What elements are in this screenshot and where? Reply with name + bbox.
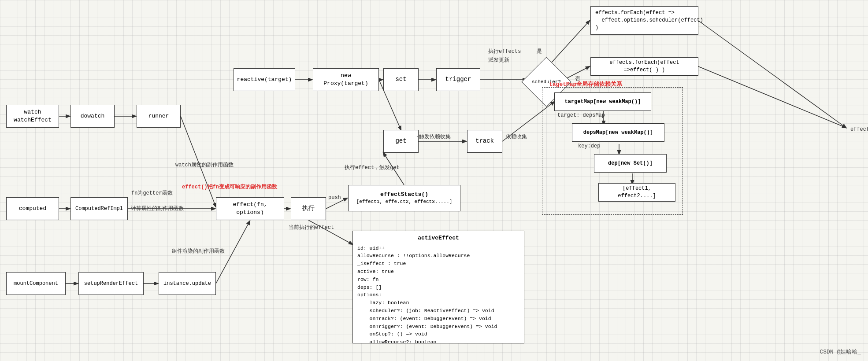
watch-box: watch watchEffect [6, 105, 59, 128]
computed-box: computed [6, 197, 59, 220]
component-side-effect-label: 组件渲染的副作用函数 [172, 247, 225, 255]
effect-fn-options-box: effect(fn, options) [216, 197, 284, 220]
fn-getter-label: fn为getter函数 [131, 189, 173, 197]
watch-side-effect-label: watch属性的副作用函数 [175, 161, 234, 169]
diagram: watch watchEffect dowatch runner compute… [0, 0, 868, 361]
dependency-collect-label: -触发依赖收集 [416, 133, 451, 140]
execute-box: 执行 [291, 197, 326, 220]
dispatch-update-label: 派发更新 [488, 56, 509, 64]
dowatch-box: dowatch [70, 105, 115, 128]
trigger-effects-label: 执行effects [488, 48, 521, 55]
effects-foreach-scheduler-box: effects.forEach(effect => effect.options… [590, 6, 698, 35]
effectstacts-title: effectStacts() [380, 191, 428, 199]
instanceupdate-box: instance.update [159, 272, 216, 295]
depsmap-box: depsMap[new weakMap()] [572, 123, 664, 142]
setuprendereffect-box: setupRenderEffect [78, 272, 144, 295]
new-proxy-box: new Proxy(target) [313, 68, 379, 91]
watermark: CSDN @娃哈哈_ [820, 348, 861, 356]
svg-line-24 [698, 21, 846, 128]
computed-side-effect-label: 计算属性的副作用函数 [131, 205, 184, 212]
activeeffect-title: activeEffect [357, 234, 519, 243]
effects-foreach-effect-box: effects.forEach(effect =>effect( ) ) [590, 57, 698, 76]
track-box: track [467, 130, 502, 153]
tagetmap-title-label: tagetMap全局存储依赖关系 [549, 80, 622, 88]
no-label: 否 [575, 75, 580, 82]
target-depsmap-label: target: depsMap [557, 112, 605, 118]
dep-box: dep[new Set()] [594, 154, 667, 173]
runner-box: runner [137, 105, 181, 128]
push-label: push [328, 195, 341, 201]
effect-values-box: [effect1, effect2....] [598, 183, 675, 202]
mountcomponent-box: mountComponent [6, 272, 66, 295]
targetmap-box: targetMap[new weakMap()] [554, 92, 651, 111]
get-box: get [383, 130, 419, 153]
set-box: set [383, 68, 419, 91]
effectstacts-box: effectStacts() [effect1, effe.ct2, effec… [348, 185, 460, 211]
svg-line-23 [698, 66, 846, 128]
rely-collect-label: 依赖收集 [506, 133, 527, 140]
reactive-target-box: reactive(target) [234, 68, 295, 91]
effect-desc-label: effect()把fn变成可响应的副作用函数 [182, 183, 277, 191]
yes-label: 是 [537, 48, 542, 55]
key-dep-label: key:dep [578, 143, 600, 149]
computedrefimpl-box: ComputedRefImpl [70, 197, 128, 220]
trigger-box: trigger [436, 68, 480, 91]
svg-line-14 [546, 21, 590, 68]
effects-label: effects [850, 126, 868, 133]
current-effect-label: 当前执行的effect [289, 224, 334, 231]
trigger-get-label: 执行effect，触发get [345, 164, 400, 171]
activeeffect-content: id: uid++allowRecurse : !!options.allowR… [357, 244, 497, 346]
effectstacts-content: [effect1, effe.ct2, effect3.....] [356, 199, 453, 205]
activeeffect-box: activeEffect id: uid++allowRecurse : !!o… [352, 231, 524, 343]
